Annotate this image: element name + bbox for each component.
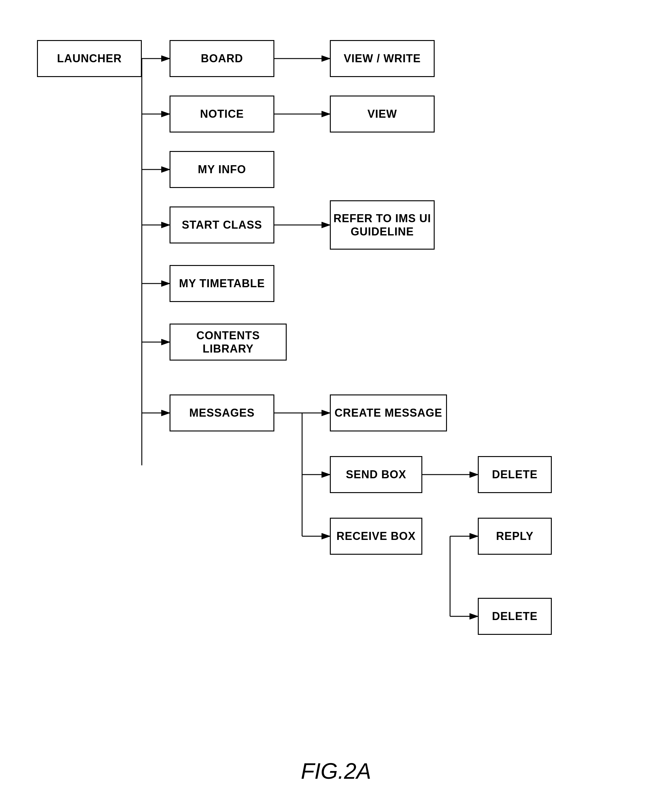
receive-box-node: RECEIVE BOX (330, 518, 422, 555)
figure-label: FIG.2A (301, 758, 371, 784)
delete-send-node: DELETE (478, 456, 552, 493)
reply-node: REPLY (478, 518, 552, 555)
view-node: VIEW (330, 96, 435, 133)
board-node: BOARD (170, 40, 274, 77)
contents-library-node: CONTENTS LIBRARY (170, 324, 287, 361)
diagram: LAUNCHER BOARD NOTICE MY INFO START CLAS… (19, 19, 653, 759)
start-class-node: START CLASS (170, 206, 274, 243)
view-write-node: VIEW / WRITE (330, 40, 435, 77)
my-timetable-node: MY TIMETABLE (170, 265, 274, 302)
my-info-node: MY INFO (170, 151, 274, 188)
messages-node: MESSAGES (170, 395, 274, 432)
refer-ims-node: REFER TO IMS UI GUIDELINE (330, 200, 435, 249)
create-message-node: CREATE MESSAGE (330, 395, 447, 432)
launcher-node: LAUNCHER (37, 40, 142, 77)
delete-receive-node: DELETE (478, 598, 552, 635)
send-box-node: SEND BOX (330, 456, 422, 493)
notice-node: NOTICE (170, 96, 274, 133)
